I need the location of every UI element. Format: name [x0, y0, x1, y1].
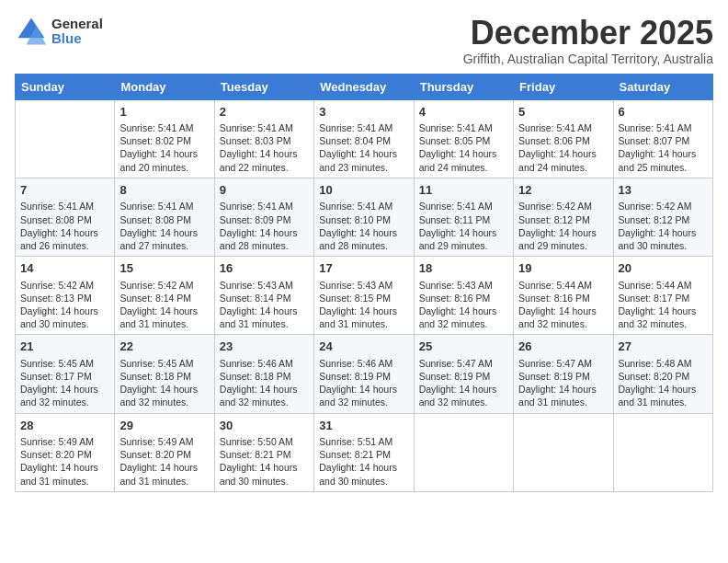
sunrise-text: Sunrise: 5:45 AM: [119, 358, 193, 369]
day-number: 6: [619, 104, 708, 121]
daylight-text: Daylight: 14 hours and 24 minutes.: [518, 148, 597, 172]
sunrise-text: Sunrise: 5:41 AM: [419, 122, 493, 133]
sunrise-text: Sunrise: 5:41 AM: [619, 122, 692, 133]
calendar-cell: 14Sunrise: 5:42 AMSunset: 8:13 PMDayligh…: [16, 257, 115, 335]
calendar-cell: 18Sunrise: 5:43 AMSunset: 8:16 PMDayligh…: [414, 257, 513, 335]
calendar-table: SundayMondayTuesdayWednesdayThursdayFrid…: [15, 74, 713, 492]
sunset-text: Sunset: 8:16 PM: [518, 293, 590, 304]
daylight-text: Daylight: 14 hours and 32 minutes.: [319, 384, 397, 408]
calendar-cell: 26Sunrise: 5:47 AMSunset: 8:19 PMDayligh…: [514, 335, 613, 413]
sunset-text: Sunset: 8:19 PM: [518, 371, 590, 382]
weekday-header-wednesday: Wednesday: [314, 74, 414, 99]
sunset-text: Sunset: 8:09 PM: [220, 214, 291, 225]
calendar-cell: 3Sunrise: 5:41 AMSunset: 8:04 PMDaylight…: [314, 99, 414, 178]
calendar-cell: 16Sunrise: 5:43 AMSunset: 8:14 PMDayligh…: [214, 257, 313, 335]
sunrise-text: Sunrise: 5:44 AM: [518, 280, 592, 291]
sunset-text: Sunset: 8:18 PM: [119, 371, 191, 382]
subtitle: Griffith, Australian Capital Territory, …: [463, 52, 713, 66]
daylight-text: Daylight: 14 hours and 31 minutes.: [220, 305, 298, 329]
calendar-cell: 27Sunrise: 5:48 AMSunset: 8:20 PMDayligh…: [613, 335, 712, 413]
sunset-text: Sunset: 8:17 PM: [619, 293, 690, 304]
sunset-text: Sunset: 8:19 PM: [419, 371, 491, 382]
day-number: 25: [419, 339, 508, 355]
sunset-text: Sunset: 8:12 PM: [619, 214, 690, 225]
sunset-text: Sunset: 8:07 PM: [619, 135, 690, 146]
daylight-text: Daylight: 14 hours and 31 minutes.: [119, 462, 198, 486]
calendar-cell: 1Sunrise: 5:41 AMSunset: 8:02 PMDaylight…: [115, 99, 214, 178]
day-number: 7: [20, 182, 109, 199]
daylight-text: Daylight: 14 hours and 30 minutes.: [220, 462, 298, 486]
sunset-text: Sunset: 8:11 PM: [419, 214, 491, 225]
sunset-text: Sunset: 8:14 PM: [220, 293, 291, 304]
sunset-text: Sunset: 8:03 PM: [220, 135, 291, 146]
sunset-text: Sunset: 8:12 PM: [518, 214, 590, 225]
logo-blue-text: Blue: [51, 31, 103, 47]
calendar-cell: 11Sunrise: 5:41 AMSunset: 8:11 PMDayligh…: [414, 178, 513, 256]
sunrise-text: Sunrise: 5:49 AM: [119, 436, 193, 447]
sunset-text: Sunset: 8:13 PM: [20, 293, 92, 304]
day-number: 24: [319, 339, 408, 355]
day-number: 17: [319, 260, 408, 277]
sunset-text: Sunset: 8:21 PM: [319, 449, 391, 460]
day-number: 26: [518, 339, 608, 355]
calendar-cell: 12Sunrise: 5:42 AMSunset: 8:12 PMDayligh…: [514, 178, 613, 256]
daylight-text: Daylight: 14 hours and 31 minutes.: [518, 384, 597, 408]
day-number: 4: [419, 104, 508, 121]
calendar-cell: 2Sunrise: 5:41 AMSunset: 8:03 PMDaylight…: [214, 99, 313, 178]
day-number: 8: [119, 182, 209, 199]
weekday-header-tuesday: Tuesday: [214, 74, 313, 99]
month-title: December 2025: [463, 15, 713, 52]
calendar-cell: 9Sunrise: 5:41 AMSunset: 8:09 PMDaylight…: [214, 178, 313, 256]
sunrise-text: Sunrise: 5:46 AM: [319, 358, 392, 369]
day-number: 20: [619, 260, 708, 277]
sunrise-text: Sunrise: 5:42 AM: [518, 201, 592, 212]
daylight-text: Daylight: 14 hours and 31 minutes.: [619, 384, 697, 408]
calendar-cell: 13Sunrise: 5:42 AMSunset: 8:12 PMDayligh…: [613, 178, 712, 256]
sunrise-text: Sunrise: 5:41 AM: [319, 201, 392, 212]
sunrise-text: Sunrise: 5:41 AM: [220, 122, 293, 133]
calendar-cell: [514, 413, 613, 491]
calendar-cell: 5Sunrise: 5:41 AMSunset: 8:06 PMDaylight…: [514, 99, 613, 178]
calendar-week-1: 1Sunrise: 5:41 AMSunset: 8:02 PMDaylight…: [16, 99, 713, 178]
calendar-cell: 15Sunrise: 5:42 AMSunset: 8:14 PMDayligh…: [115, 257, 214, 335]
daylight-text: Daylight: 14 hours and 31 minutes.: [20, 462, 98, 486]
daylight-text: Daylight: 14 hours and 29 minutes.: [419, 227, 497, 251]
day-number: 2: [220, 104, 309, 121]
calendar-cell: 25Sunrise: 5:47 AMSunset: 8:19 PMDayligh…: [414, 335, 513, 413]
weekday-header-monday: Monday: [115, 74, 214, 99]
day-number: 29: [119, 418, 209, 434]
calendar-week-5: 28Sunrise: 5:49 AMSunset: 8:20 PMDayligh…: [16, 413, 713, 491]
logo-icon: [15, 15, 48, 48]
calendar-week-2: 7Sunrise: 5:41 AMSunset: 8:08 PMDaylight…: [16, 178, 713, 256]
daylight-text: Daylight: 14 hours and 28 minutes.: [319, 227, 397, 251]
sunrise-text: Sunrise: 5:47 AM: [419, 358, 493, 369]
header: General Blue December 2025 Griffith, Aus…: [15, 15, 713, 66]
sunrise-text: Sunrise: 5:42 AM: [619, 201, 692, 212]
sunset-text: Sunset: 8:20 PM: [619, 371, 690, 382]
daylight-text: Daylight: 14 hours and 22 minutes.: [220, 148, 298, 172]
daylight-text: Daylight: 14 hours and 25 minutes.: [619, 148, 697, 172]
calendar-cell: 17Sunrise: 5:43 AMSunset: 8:15 PMDayligh…: [314, 257, 414, 335]
calendar-cell: [414, 413, 513, 491]
daylight-text: Daylight: 14 hours and 30 minutes.: [619, 227, 697, 251]
daylight-text: Daylight: 14 hours and 23 minutes.: [319, 148, 397, 172]
sunrise-text: Sunrise: 5:47 AM: [518, 358, 592, 369]
calendar-cell: 29Sunrise: 5:49 AMSunset: 8:20 PMDayligh…: [115, 413, 214, 491]
calendar-week-3: 14Sunrise: 5:42 AMSunset: 8:13 PMDayligh…: [16, 257, 713, 335]
sunrise-text: Sunrise: 5:43 AM: [419, 280, 493, 291]
sunset-text: Sunset: 8:20 PM: [20, 449, 92, 460]
sunrise-text: Sunrise: 5:43 AM: [220, 280, 293, 291]
day-number: 16: [220, 260, 309, 277]
sunset-text: Sunset: 8:02 PM: [119, 135, 191, 146]
calendar-cell: 20Sunrise: 5:44 AMSunset: 8:17 PMDayligh…: [613, 257, 712, 335]
sunset-text: Sunset: 8:06 PM: [518, 135, 590, 146]
day-number: 12: [518, 182, 608, 199]
daylight-text: Daylight: 14 hours and 32 minutes.: [419, 384, 497, 408]
sunrise-text: Sunrise: 5:48 AM: [619, 358, 692, 369]
day-number: 15: [119, 260, 209, 277]
weekday-header-thursday: Thursday: [414, 74, 513, 99]
day-number: 22: [119, 339, 209, 355]
day-number: 30: [220, 418, 309, 434]
sunset-text: Sunset: 8:04 PM: [319, 135, 391, 146]
logo-general-text: General: [51, 17, 103, 32]
